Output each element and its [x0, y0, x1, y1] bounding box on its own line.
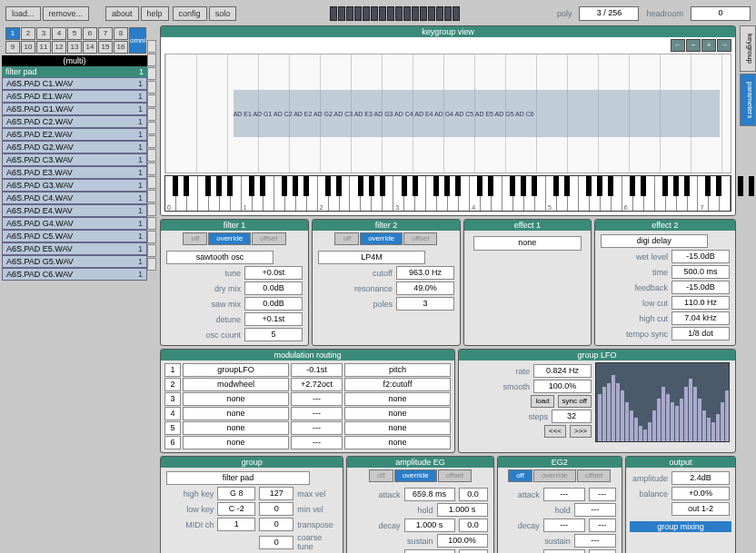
midi-ch-4[interactable]: 4 — [52, 27, 66, 40]
help-button[interactable]: help — [141, 6, 169, 21]
midi-ch-10[interactable]: 10 — [21, 41, 35, 54]
file-item[interactable]: A6S.PAD E4.WAV1 — [2, 204, 147, 217]
file-item[interactable]: A6S.PAD C2.WAV1 — [2, 115, 147, 128]
remove-button[interactable]: remove... — [43, 6, 90, 21]
out-balance[interactable]: +0.0% — [671, 487, 730, 500]
lfo-next[interactable]: >>> — [570, 425, 592, 438]
f2-type[interactable]: LP4M — [318, 251, 425, 264]
mod-source[interactable]: none — [183, 436, 289, 449]
eg2-override[interactable]: override — [533, 469, 576, 482]
out-amplitude[interactable]: 2.4dB — [671, 471, 730, 485]
mod-source[interactable]: none — [183, 392, 289, 406]
midi-ch-7[interactable]: 7 — [98, 27, 113, 40]
aeg-attack-shape[interactable]: 0.0 — [459, 488, 488, 501]
midi-ch-15[interactable]: 15 — [98, 41, 113, 54]
midi-ch-12[interactable]: 12 — [52, 41, 66, 54]
f2-resonance[interactable]: 49.0% — [396, 281, 454, 295]
midi-ch-1[interactable]: 1 — [5, 27, 20, 40]
mod-source[interactable]: groupLFO — [183, 363, 289, 377]
eg2-offset[interactable]: offset — [577, 469, 611, 482]
file-item[interactable]: A6S.PAD C3.WAV1 — [2, 153, 147, 166]
about-button[interactable]: about — [105, 6, 139, 21]
f2-off[interactable]: off — [334, 232, 359, 245]
file-item[interactable]: A6S.PAD C1.WAV1 — [2, 77, 147, 90]
aeg-sustain[interactable]: 100.0% — [437, 534, 488, 548]
midi-ch-14[interactable]: 14 — [83, 41, 97, 54]
file-item[interactable]: A6S.PAD E3.WAV1 — [2, 166, 147, 179]
lfo-sync[interactable]: sync off — [558, 395, 592, 408]
f1-sawmix[interactable]: 0.0dB — [244, 297, 303, 311]
file-item[interactable]: A6S.PAD C5.WAV1 — [2, 230, 147, 242]
f1-override[interactable]: override — [208, 232, 251, 245]
lfo-rate[interactable]: 0.824 Hz — [533, 364, 592, 378]
e2-temposync[interactable]: 1/8 dot — [671, 327, 730, 341]
group-transpose[interactable]: 0 — [259, 518, 293, 531]
aeg-hold[interactable]: 1.000 s — [437, 503, 488, 517]
group-coarsetune[interactable]: 0 — [259, 536, 293, 549]
mod-source[interactable]: modwheel — [183, 378, 289, 391]
keygroup-grid[interactable]: AD E1 AD G1 AD C2 AD E2 AD G2 AD C3 AD E… — [164, 54, 731, 173]
eg2-release[interactable]: --- — [543, 549, 585, 553]
file-item[interactable]: A6S.PAD E5.WAV1 — [2, 242, 147, 255]
e2-time[interactable]: 500.0 ms — [671, 265, 730, 279]
aeg-offset[interactable]: offset — [438, 469, 472, 482]
aeg-release[interactable]: 1.741 s — [404, 549, 455, 553]
f1-detune[interactable]: +0.1st — [244, 312, 303, 326]
midi-ch-6[interactable]: 6 — [83, 27, 97, 40]
group-highkey[interactable]: G 8 — [217, 487, 255, 500]
lfo-smooth[interactable]: 100.0% — [533, 380, 592, 393]
f2-offset[interactable]: offset — [403, 232, 437, 245]
aeg-decay[interactable]: 1.000 s — [404, 518, 455, 532]
tab-parameters[interactable]: parameters — [740, 74, 756, 126]
lfo-steps[interactable]: 32 — [552, 410, 592, 423]
file-item[interactable]: A6S.PAD G2.WAV1 — [2, 141, 147, 153]
mod-amount[interactable]: --- — [291, 392, 343, 406]
f1-osccount[interactable]: 5 — [244, 328, 303, 341]
mod-dest[interactable]: f2:cutoff — [344, 378, 451, 391]
group-lowkey[interactable]: C -2 — [217, 502, 255, 516]
eg2-off[interactable]: off — [508, 469, 532, 482]
lfo-load[interactable]: load — [531, 395, 553, 408]
config-button[interactable]: config — [173, 6, 207, 21]
effect1-type[interactable]: none — [473, 236, 582, 251]
group-header[interactable]: filter pad1 — [2, 66, 147, 77]
load-button[interactable]: load... — [5, 6, 41, 21]
f2-poles[interactable]: 3 — [396, 297, 454, 311]
midi-ch-2[interactable]: 2 — [21, 27, 35, 40]
kg-nav-left[interactable]: ← — [671, 39, 685, 52]
kg-nav-plus[interactable]: + — [701, 39, 716, 52]
kg-nav-minus[interactable]: − — [686, 39, 701, 52]
mod-amount[interactable]: --- — [291, 407, 343, 420]
e2-wetlevel[interactable]: -15.0dB — [671, 250, 730, 263]
midi-ch-16[interactable]: 16 — [114, 41, 128, 54]
group-mixing-button[interactable]: group mixing — [630, 521, 731, 532]
aeg-off[interactable]: off — [369, 469, 393, 482]
kg-nav-right[interactable]: → — [717, 39, 731, 52]
mod-dest[interactable]: none — [344, 436, 451, 449]
mod-source[interactable]: none — [183, 421, 289, 435]
group-minvel[interactable]: 0 — [259, 502, 293, 516]
mod-dest[interactable]: none — [344, 421, 451, 435]
aeg-decay-shape[interactable]: 0.0 — [459, 518, 488, 532]
omni-button[interactable]: omni — [129, 27, 146, 54]
out-channel[interactable]: out 1-2 — [671, 502, 730, 516]
group-maxvel[interactable]: 127 — [259, 487, 293, 500]
piano-keyboard[interactable] — [164, 175, 731, 212]
file-item[interactable]: A6S.PAD G3.WAV1 — [2, 179, 147, 192]
solo-button[interactable]: solo — [209, 6, 237, 21]
lfo-display[interactable] — [595, 362, 730, 442]
eg2-decay[interactable]: --- — [543, 518, 585, 532]
eg2-hold[interactable]: --- — [574, 503, 616, 517]
f2-cutoff[interactable]: 963.0 Hz — [396, 266, 454, 280]
f2-override[interactable]: override — [360, 232, 403, 245]
file-item[interactable]: A6S.PAD G4.WAV1 — [2, 217, 147, 230]
e2-lowcut[interactable]: 110.0 Hz — [671, 296, 730, 310]
midi-ch-8[interactable]: 8 — [114, 27, 128, 40]
file-item[interactable]: A6S.PAD C6.WAV1 — [2, 268, 147, 281]
e2-type[interactable]: digi delay — [601, 234, 708, 248]
keygroup-zones[interactable]: AD E1 AD G1 AD C2 AD E2 AD G2 AD C3 AD E… — [234, 90, 720, 137]
lfo-prev[interactable]: <<< — [544, 425, 566, 438]
eg2-sustain[interactable]: --- — [574, 534, 616, 548]
mod-amount[interactable]: -0.1st — [291, 363, 343, 377]
file-item[interactable]: A6S.PAD C4.WAV1 — [2, 192, 147, 204]
